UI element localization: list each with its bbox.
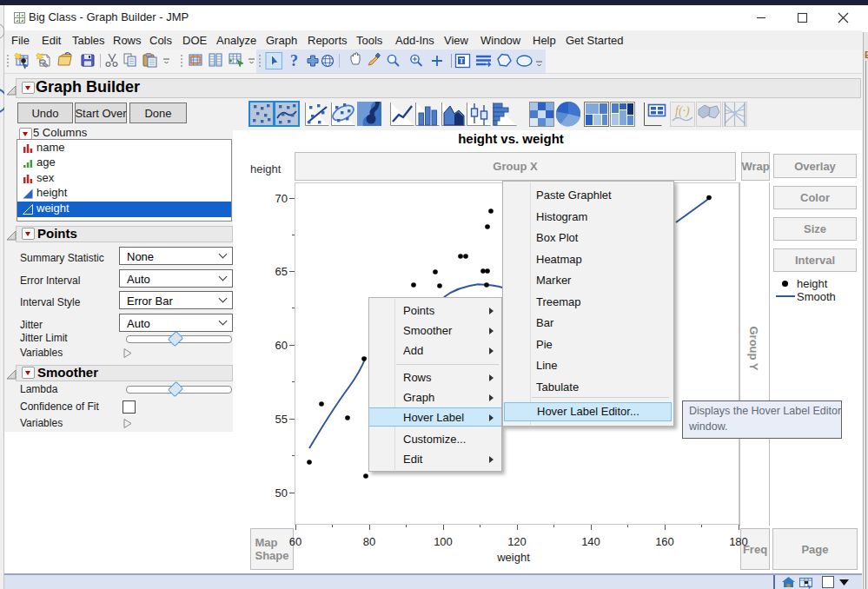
svg-text:50: 50 xyxy=(275,486,288,500)
svg-text:180: 180 xyxy=(729,535,748,548)
svg-text:140: 140 xyxy=(581,535,600,548)
svg-text:100: 100 xyxy=(434,535,453,548)
svg-text:70: 70 xyxy=(275,192,288,205)
svg-text:weight: weight xyxy=(496,551,530,564)
svg-text:120: 120 xyxy=(507,535,527,548)
svg-text:80: 80 xyxy=(363,535,375,548)
svg-text:65: 65 xyxy=(275,265,288,278)
svg-text:60: 60 xyxy=(289,535,301,548)
svg-text:60: 60 xyxy=(275,339,288,352)
svg-text:55: 55 xyxy=(275,413,288,426)
svg-text:160: 160 xyxy=(655,535,674,548)
